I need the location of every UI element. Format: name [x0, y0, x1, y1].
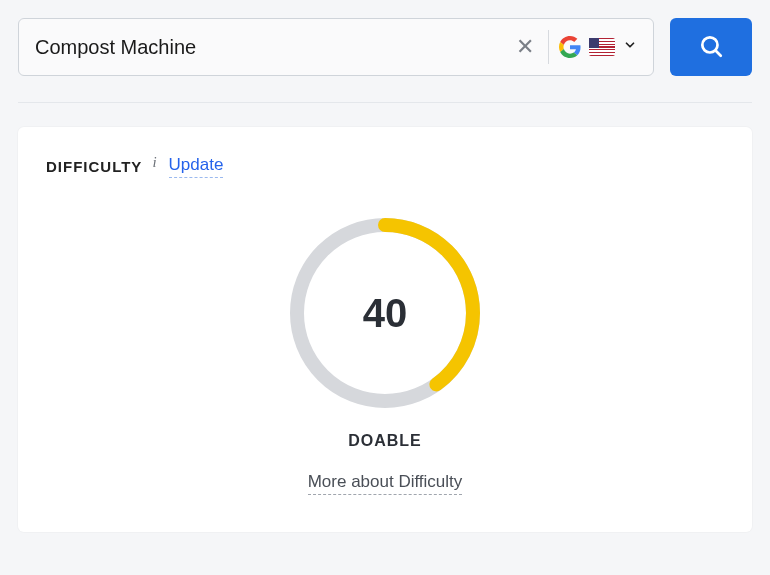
divider: [548, 30, 549, 64]
search-row: ✕: [0, 0, 770, 94]
us-flag-icon: [589, 38, 615, 56]
close-icon: ✕: [516, 34, 534, 59]
divider: [18, 102, 752, 103]
card-title: DIFFICULTY: [46, 158, 142, 175]
search-button[interactable]: [670, 18, 752, 76]
difficulty-gauge: 40: [286, 214, 484, 412]
search-input[interactable]: [35, 36, 506, 59]
clear-button[interactable]: ✕: [506, 36, 544, 58]
update-link[interactable]: Update: [169, 155, 224, 178]
engine-selector[interactable]: [559, 36, 637, 58]
search-icon: [698, 33, 724, 62]
svg-line-1: [716, 50, 721, 55]
google-icon: [559, 36, 581, 58]
gauge-value: 40: [286, 214, 484, 412]
difficulty-card: DIFFICULTY i Update 40 DOABLE More about…: [18, 127, 752, 532]
card-header: DIFFICULTY i Update: [46, 155, 724, 178]
gauge-section: 40 DOABLE More about Difficulty: [46, 214, 724, 495]
info-icon[interactable]: i: [152, 154, 156, 171]
more-about-link[interactable]: More about Difficulty: [308, 472, 463, 495]
chevron-down-icon: [623, 38, 637, 56]
gauge-label: DOABLE: [348, 432, 422, 450]
search-box: ✕: [18, 18, 654, 76]
